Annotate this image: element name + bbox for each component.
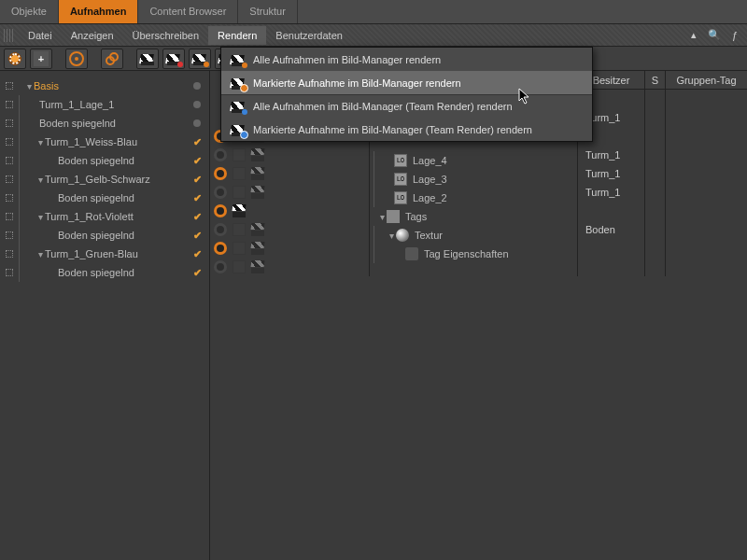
status-check-icon[interactable]: ✔: [190, 155, 204, 167]
camera-icon[interactable]: [233, 223, 246, 236]
status-dot-icon[interactable]: [190, 118, 204, 129]
camera-icon[interactable]: [233, 167, 246, 180]
node-label[interactable]: Turm_1_Lage_1: [39, 99, 114, 110]
tab-struktur[interactable]: Struktur: [238, 0, 298, 23]
status-check-icon[interactable]: ✔: [190, 230, 204, 242]
rtree-row[interactable]: Lage_4: [370, 151, 577, 170]
camera-icon[interactable]: [233, 242, 246, 255]
dd-render-all[interactable]: Alle Aufnahmen im Bild-Manager rendern: [221, 48, 592, 71]
gear-icon[interactable]: [214, 204, 227, 217]
status-check-icon[interactable]: ✔: [190, 211, 204, 223]
status-check-icon[interactable]: ✔: [190, 136, 204, 148]
node-label[interactable]: Basis: [34, 80, 59, 91]
dd-render-selected[interactable]: Markierte Aufnahme im Bild-Manager rende…: [221, 71, 592, 94]
selection-marker-icon[interactable]: [4, 174, 15, 185]
clapper-icon[interactable]: [251, 148, 264, 161]
gear-icon[interactable]: [214, 167, 227, 180]
selection-marker-icon[interactable]: [4, 99, 15, 110]
gear-icon[interactable]: [214, 186, 227, 199]
camera-icon[interactable]: [233, 260, 246, 273]
gear-icon[interactable]: [214, 260, 227, 273]
tree-row-gelbschwarz[interactable]: ▾ Turm_1_Gelb-Schwarz ✔: [0, 170, 209, 189]
rtree-row[interactable]: Lage_2: [370, 189, 577, 207]
status-dot-icon[interactable]: [190, 99, 204, 110]
status-check-icon[interactable]: ✔: [190, 248, 204, 260]
rtree-row-tags[interactable]: ▾ Tags: [370, 207, 577, 226]
node-label[interactable]: Tag Eigenschaften: [424, 248, 509, 259]
clapper-icon[interactable]: [251, 260, 264, 273]
gear-icon[interactable]: [214, 242, 227, 255]
clapper-icon[interactable]: [251, 242, 264, 255]
col-header-s[interactable]: S: [645, 71, 665, 90]
menu-datei[interactable]: Datei: [19, 26, 62, 45]
render-clap-orange-button[interactable]: [189, 49, 211, 69]
search-icon[interactable]: 🔍: [706, 27, 723, 44]
gear-icon[interactable]: [214, 223, 227, 236]
clapper-icon[interactable]: [251, 186, 264, 199]
selection-marker-icon[interactable]: [4, 192, 15, 203]
menu-anzeigen[interactable]: Anzeigen: [62, 26, 123, 45]
collapse-toggle[interactable]: ▾: [35, 175, 45, 185]
render-clap-1-button[interactable]: [136, 49, 159, 69]
node-label[interactable]: Textur: [415, 230, 443, 241]
node-label[interactable]: Boden spiegelnd: [58, 230, 134, 241]
render-clap-red-button[interactable]: [162, 49, 185, 69]
drag-handle-icon[interactable]: [4, 29, 13, 42]
tree-row-boden-2[interactable]: Boden spiegelnd ✔: [0, 151, 209, 170]
dd-render-all-team[interactable]: Alle Aufnahmen im Bild-Manager (Team Ren…: [221, 94, 592, 118]
clapper-icon[interactable]: [251, 167, 264, 180]
clapper-icon[interactable]: [251, 223, 264, 236]
tree-row-basis[interactable]: ▾ Basis: [0, 77, 209, 95]
tree-row-gruenblau[interactable]: ▾ Turm_1_Gruen-Blau ✔: [0, 245, 209, 263]
node-label[interactable]: Lage_4: [413, 155, 447, 166]
gear-icon[interactable]: [214, 148, 227, 161]
collapse-toggle[interactable]: ▾: [24, 81, 34, 91]
tree-row-weissblau[interactable]: ▾ Turm_1_Weiss-Blau ✔: [0, 133, 209, 151]
status-check-icon[interactable]: ✔: [190, 267, 204, 279]
collapse-toggle[interactable]: ▾: [387, 231, 396, 241]
node-label[interactable]: Turm_1_Rot-Violett: [45, 211, 134, 222]
node-label[interactable]: Boden spiegelnd: [39, 118, 116, 129]
node-label[interactable]: Boden spiegelnd: [58, 192, 134, 203]
node-label[interactable]: Tags: [405, 211, 427, 222]
tree-row-lage1[interactable]: Turm_1_Lage_1: [0, 95, 209, 114]
node-label[interactable]: Boden spiegelnd: [58, 267, 134, 278]
tree-row-boden-4[interactable]: Boden spiegelnd ✔: [0, 226, 209, 245]
collapse-toggle[interactable]: ▾: [35, 212, 45, 222]
tree-row-rotviolett[interactable]: ▾ Turm_1_Rot-Violett ✔: [0, 207, 209, 226]
node-label[interactable]: Turm_1_Gelb-Schwarz: [45, 174, 150, 185]
node-label[interactable]: Turm_1_Gruen-Blau: [45, 248, 138, 259]
clapper-icon[interactable]: [233, 204, 246, 217]
status-check-icon[interactable]: ✔: [190, 174, 204, 186]
selection-marker-icon[interactable]: [4, 248, 15, 259]
node-label[interactable]: Lage_3: [413, 174, 447, 185]
tab-aufnahmen[interactable]: Aufnahmen: [59, 0, 139, 23]
node-label[interactable]: Turm_1_Weiss-Blau: [45, 136, 137, 147]
col-header-gruppentag[interactable]: Gruppen-Tag: [666, 71, 747, 90]
menu-ueberschreiben[interactable]: Überschreiben: [123, 26, 209, 45]
selection-marker-icon[interactable]: [4, 136, 15, 147]
menu-rendern[interactable]: Rendern: [208, 26, 266, 45]
node-label[interactable]: Lage_2: [413, 192, 447, 203]
node-label[interactable]: Boden spiegelnd: [58, 155, 134, 166]
tab-objekte[interactable]: Objekte: [0, 0, 59, 23]
up-arrow-icon[interactable]: ▴: [685, 27, 702, 44]
tree-row-boden-1[interactable]: Boden spiegelnd: [0, 114, 209, 133]
status-check-icon[interactable]: ✔: [190, 192, 204, 204]
status-dot-icon[interactable]: [190, 80, 204, 91]
collapse-toggle[interactable]: ▾: [35, 249, 45, 259]
menu-benutzerdaten[interactable]: Benutzerdaten: [266, 26, 352, 45]
tree-row-boden-5[interactable]: Boden spiegelnd ✔: [0, 263, 209, 282]
dd-render-selected-team[interactable]: Markierte Aufnahme im Bild-Manager (Team…: [221, 118, 592, 141]
selection-marker-icon[interactable]: [4, 155, 15, 166]
collapse-toggle[interactable]: ▾: [377, 212, 387, 222]
function-icon[interactable]: ƒ: [726, 27, 743, 44]
tab-content-browser[interactable]: Content Browser: [138, 0, 238, 23]
selection-marker-icon[interactable]: [4, 211, 15, 222]
selection-marker-icon[interactable]: [4, 80, 15, 91]
film-reel-button[interactable]: [4, 49, 26, 69]
add-button[interactable]: [30, 49, 52, 69]
rtree-row[interactable]: Lage_3: [370, 170, 577, 189]
selection-marker-icon[interactable]: [4, 267, 15, 278]
target-button[interactable]: [65, 49, 88, 69]
